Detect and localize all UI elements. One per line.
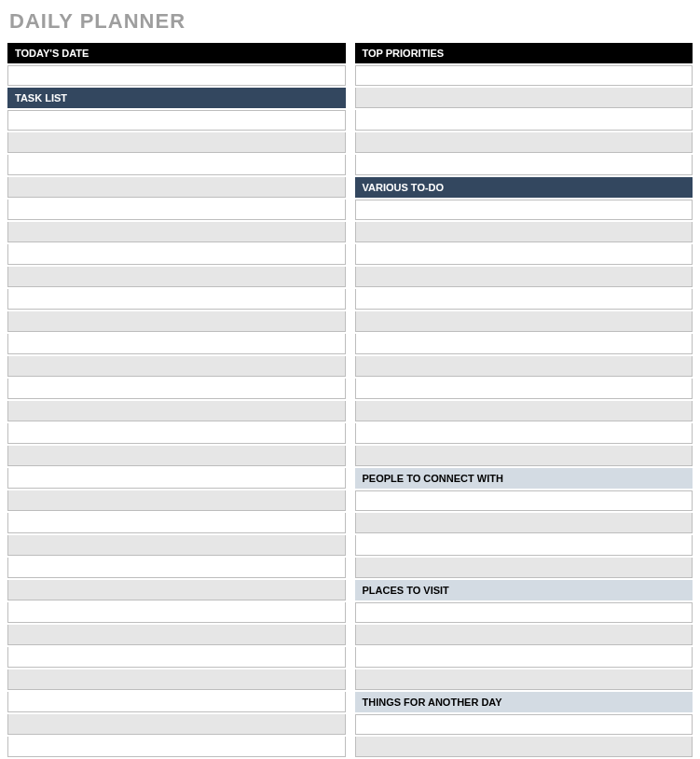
left-column: TODAY'S DATE TASK LIST [7, 43, 346, 759]
priority-row[interactable] [355, 155, 693, 175]
task-row[interactable] [7, 200, 346, 220]
todo-row[interactable] [355, 401, 693, 421]
task-row[interactable] [7, 580, 346, 600]
task-row[interactable] [7, 132, 346, 153]
task-row[interactable] [7, 177, 346, 198]
todo-row[interactable] [355, 222, 693, 242]
todo-row[interactable] [355, 311, 693, 332]
places-row[interactable] [355, 625, 693, 645]
things-row[interactable] [355, 737, 693, 757]
task-row[interactable] [7, 244, 346, 265]
places-row[interactable] [355, 647, 693, 668]
task-row[interactable] [7, 513, 346, 533]
top-priorities-header: TOP PRIORITIES [355, 43, 693, 63]
various-todo-header: VARIOUS TO-DO [355, 177, 693, 198]
todo-row[interactable] [355, 423, 693, 444]
task-row[interactable] [7, 558, 346, 578]
task-row[interactable] [7, 289, 346, 310]
task-list-header: TASK LIST [7, 88, 346, 108]
todays-date-header: TODAY'S DATE [7, 43, 346, 63]
todo-row[interactable] [355, 244, 693, 265]
todo-row[interactable] [355, 267, 693, 287]
task-row[interactable] [7, 334, 346, 354]
people-header: PEOPLE TO CONNECT WITH [355, 468, 693, 489]
task-row[interactable] [7, 356, 346, 377]
people-row[interactable] [355, 490, 693, 511]
task-row[interactable] [7, 490, 346, 511]
priority-row[interactable] [355, 88, 693, 108]
todo-row[interactable] [355, 334, 693, 354]
places-row[interactable] [355, 669, 693, 690]
page-title: DAILY PLANNER [7, 9, 693, 34]
priority-row[interactable] [355, 110, 693, 131]
things-row[interactable] [355, 714, 693, 735]
task-row[interactable] [7, 446, 346, 466]
task-row[interactable] [7, 222, 346, 242]
task-row[interactable] [7, 535, 346, 556]
task-row[interactable] [7, 468, 346, 489]
task-row[interactable] [7, 110, 346, 131]
places-row[interactable] [355, 602, 693, 623]
todo-row[interactable] [355, 289, 693, 310]
todo-row[interactable] [355, 356, 693, 377]
task-row[interactable] [7, 625, 346, 645]
people-row[interactable] [355, 558, 693, 578]
task-row[interactable] [7, 401, 346, 421]
things-header: THINGS FOR ANOTHER DAY [355, 692, 693, 712]
right-column: TOP PRIORITIES VARIOUS TO-DO PEOPLE TO C… [355, 43, 693, 759]
task-row[interactable] [7, 737, 346, 757]
todays-date-field[interactable] [7, 65, 346, 86]
people-row[interactable] [355, 513, 693, 533]
task-row[interactable] [7, 379, 346, 399]
priority-row[interactable] [355, 65, 693, 86]
places-header: PLACES TO VISIT [355, 580, 693, 600]
todo-row[interactable] [355, 200, 693, 220]
task-row[interactable] [7, 669, 346, 690]
todo-row[interactable] [355, 379, 693, 399]
task-row[interactable] [7, 714, 346, 735]
task-row[interactable] [7, 267, 346, 287]
task-row[interactable] [7, 155, 346, 175]
task-row[interactable] [7, 602, 346, 623]
todo-row[interactable] [355, 446, 693, 466]
task-row[interactable] [7, 647, 346, 668]
planner-columns: TODAY'S DATE TASK LIST TOP PRIO [7, 43, 693, 759]
task-row[interactable] [7, 692, 346, 712]
priority-row[interactable] [355, 132, 693, 153]
task-row[interactable] [7, 311, 346, 332]
task-row[interactable] [7, 423, 346, 444]
people-row[interactable] [355, 535, 693, 556]
